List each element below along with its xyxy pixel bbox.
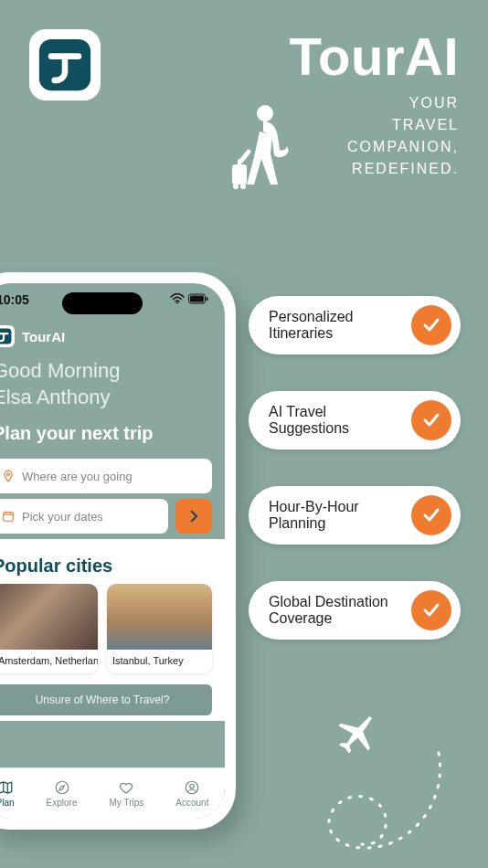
feature-pill: AI Travel Suggestions xyxy=(249,391,461,450)
tab-label: Plan xyxy=(0,798,15,808)
svg-point-13 xyxy=(56,781,69,794)
brand-title: TourAI xyxy=(289,26,459,87)
wifi-icon xyxy=(170,293,185,307)
feature-pill: Global Destination Coverage xyxy=(249,581,461,640)
tab-label: Explore xyxy=(47,798,78,808)
compass-icon xyxy=(54,779,70,796)
brand-tagline: YOUR TRAVEL COMPANION, REDEFINED. xyxy=(289,92,459,180)
feature-label: Global Destination Coverage xyxy=(269,594,406,627)
battery-icon xyxy=(188,293,208,307)
check-badge xyxy=(411,305,451,345)
phone-screen: 10:05 TourAI Good Morning Elsa Anthony P… xyxy=(0,283,225,819)
heart-icon xyxy=(118,779,134,796)
phone-mockup: 10:05 TourAI Good Morning Elsa Anthony P… xyxy=(0,272,236,830)
unsure-button[interactable]: Unsure of Where to Travel? xyxy=(0,684,212,715)
check-icon xyxy=(420,504,442,526)
check-icon xyxy=(420,314,442,336)
calendar-icon xyxy=(2,510,15,523)
feature-label: Personalized Itineraries xyxy=(269,309,406,342)
city-label: Amsterdam, Netherlands xyxy=(0,650,98,673)
chevron-right-icon xyxy=(186,508,202,524)
greeting-line: Good Morning xyxy=(0,358,212,385)
status-time: 10:05 xyxy=(0,292,29,307)
svg-point-5 xyxy=(240,184,246,189)
status-icons xyxy=(170,293,208,307)
location-pin-icon xyxy=(2,470,15,482)
svg-rect-9 xyxy=(207,297,208,301)
tagline-line: YOUR xyxy=(289,92,459,114)
feature-label: Hour-By-Hour Planning xyxy=(269,499,406,532)
city-image xyxy=(0,584,98,650)
check-badge xyxy=(411,590,451,630)
plan-prompt: Plan your next trip xyxy=(0,416,225,453)
logo-icon xyxy=(37,37,92,92)
feature-pill: Personalized Itineraries xyxy=(249,296,461,355)
city-image xyxy=(107,584,212,650)
feature-label: AI Travel Suggestions xyxy=(269,404,406,437)
svg-point-4 xyxy=(233,184,239,189)
check-icon xyxy=(420,599,442,621)
greeting: Good Morning Elsa Anthony xyxy=(0,353,225,416)
dates-input[interactable]: Pick your dates xyxy=(0,499,168,534)
tab-explore[interactable]: Explore xyxy=(47,779,78,808)
feature-list: Personalized Itineraries AI Travel Sugge… xyxy=(249,296,461,640)
svg-point-6 xyxy=(176,302,178,303)
svg-point-11 xyxy=(7,473,10,476)
check-icon xyxy=(420,409,442,431)
tab-my-trips[interactable]: My Trips xyxy=(110,779,144,808)
tab-bar: Plan Explore My Trips Account xyxy=(0,767,225,819)
where-input[interactable]: Where are you going xyxy=(0,459,212,493)
tab-label: My Trips xyxy=(110,798,144,808)
tagline-line: COMPANION, xyxy=(289,136,459,158)
in-app-icon xyxy=(0,325,15,347)
notch xyxy=(62,292,143,314)
city-label: Istanbul, Turkey xyxy=(107,650,212,673)
tagline-line: TRAVEL xyxy=(289,114,459,136)
city-card[interactable]: Amsterdam, Netherlands xyxy=(0,584,98,673)
tab-account[interactable]: Account xyxy=(175,779,208,808)
check-badge xyxy=(411,495,451,535)
flight-trail-icon xyxy=(302,747,457,868)
svg-rect-8 xyxy=(190,295,204,302)
svg-rect-12 xyxy=(4,513,14,521)
greeting-line: Elsa Anthony xyxy=(0,385,212,411)
traveler-icon xyxy=(223,101,296,205)
svg-rect-2 xyxy=(232,164,247,185)
svg-point-15 xyxy=(190,784,195,789)
hero: TourAI YOUR TRAVEL COMPANION, REDEFINED. xyxy=(289,26,459,180)
svg-point-1 xyxy=(257,105,273,122)
app-icon xyxy=(29,29,101,101)
popular-cities-title: Popular cities xyxy=(0,539,225,584)
tab-label: Account xyxy=(175,798,208,808)
user-icon xyxy=(184,779,200,796)
in-app-title: TourAI xyxy=(22,329,65,344)
tagline-line: REDEFINED. xyxy=(289,158,459,180)
go-button[interactable] xyxy=(175,499,212,534)
where-placeholder: Where are you going xyxy=(22,470,133,483)
city-card[interactable]: Istanbul, Turkey xyxy=(107,584,212,673)
map-icon xyxy=(0,779,14,796)
feature-pill: Hour-By-Hour Planning xyxy=(249,486,461,545)
tab-plan[interactable]: Plan xyxy=(0,779,15,808)
check-badge xyxy=(411,400,451,440)
dates-placeholder: Pick your dates xyxy=(22,510,103,524)
city-list: Amsterdam, Netherlands Istanbul, Turkey xyxy=(0,584,225,673)
